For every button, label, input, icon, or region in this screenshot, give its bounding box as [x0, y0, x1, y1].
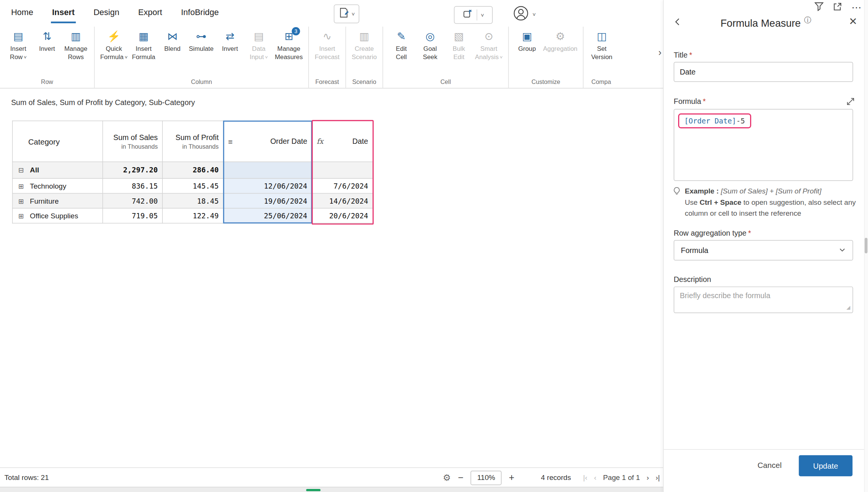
- edit-mode-button[interactable]: ˅: [334, 5, 359, 23]
- column-header-sum-of-sales[interactable]: Sum of Sales in Thousands: [103, 121, 163, 162]
- panel-scrollbar[interactable]: [864, 0, 868, 492]
- expand-formula-editor-icon[interactable]: [847, 97, 855, 108]
- cell-date[interactable]: 14/6/2024: [312, 193, 373, 209]
- aggregation-button[interactable]: ⚙ Aggregation: [543, 27, 578, 53]
- goal-seek-button[interactable]: ◎ Goal Seek: [417, 27, 443, 62]
- update-button[interactable]: Update: [799, 455, 853, 476]
- group-label-scenario: Scenario: [350, 77, 379, 88]
- status-bar: Total rows: 21 ⚙ − 110% + 4 records |‹ ‹…: [0, 468, 663, 487]
- horizontal-scrollbar[interactable]: [0, 487, 663, 492]
- column-title: Date: [352, 137, 368, 145]
- insert-forecast-button[interactable]: ∿ Insert Forecast: [315, 27, 340, 61]
- row-label: All: [30, 166, 39, 174]
- filter-icon[interactable]: [814, 2, 824, 13]
- manage-rows-button[interactable]: ▥ Manage Rows: [63, 27, 89, 62]
- cell-order-date[interactable]: 12/06/2024: [223, 178, 312, 193]
- tab-infobridge[interactable]: InfoBridge: [180, 0, 220, 23]
- quick-formula-button[interactable]: ⚡ Quick Formula˅: [100, 27, 128, 62]
- zoom-level[interactable]: 110%: [471, 471, 501, 485]
- set-version-button[interactable]: ◫ Set Version: [589, 27, 615, 61]
- blend-button[interactable]: ⋈ Blend: [160, 27, 185, 62]
- description-textarea[interactable]: [674, 286, 853, 313]
- chevron-down-icon: ˅: [24, 55, 27, 60]
- invert-column-button[interactable]: ⇄ Invert: [217, 27, 243, 62]
- invert-row-button[interactable]: ⇅ Invert: [34, 27, 60, 62]
- aggregation-field-label: Row aggregation type*: [674, 229, 751, 237]
- tab-insert[interactable]: Insert: [51, 0, 76, 23]
- cell-date[interactable]: [312, 162, 373, 178]
- cell-profit[interactable]: 18.45: [162, 193, 223, 209]
- tab-design[interactable]: Design: [92, 0, 121, 23]
- expand-row-icon[interactable]: ⊞: [18, 182, 26, 190]
- more-options-icon[interactable]: ⋯: [851, 4, 861, 12]
- scrollbar-thumb[interactable]: [306, 489, 321, 491]
- zoom-out-button[interactable]: −: [458, 472, 464, 483]
- create-scenario-button[interactable]: ▥ Create Scenario: [351, 27, 377, 61]
- formula-hint: Example : [Sum of Sales] + [Sum of Profi…: [672, 186, 857, 219]
- tab-export[interactable]: Export: [137, 0, 164, 23]
- cell-order-date[interactable]: 19/06/2024: [223, 193, 312, 209]
- table-row-furniture[interactable]: ⊞Furniture 742.00 18.45 19/06/2024 14/6/…: [12, 193, 373, 209]
- button-label: Edit: [396, 45, 407, 53]
- insert-formula-button[interactable]: ▦ Insert Formula: [131, 27, 156, 62]
- chevron-down-icon: ˅: [500, 55, 503, 60]
- annotation-button[interactable]: ˅: [454, 6, 493, 24]
- tab-home[interactable]: Home: [10, 0, 34, 23]
- title-field-input[interactable]: [674, 62, 853, 82]
- next-page-button[interactable]: ›: [646, 474, 649, 482]
- cell-profit[interactable]: 145.45: [162, 178, 223, 193]
- edit-cell-button[interactable]: ✎ Edit Cell: [388, 27, 414, 62]
- insert-row-button[interactable]: ▤ Insert Row˅: [6, 27, 31, 62]
- expand-row-icon[interactable]: ⊞: [18, 197, 26, 205]
- row-label: Technology: [30, 182, 66, 190]
- collapse-row-icon[interactable]: ⊟: [18, 166, 26, 174]
- required-marker: *: [703, 97, 706, 106]
- data-input-button[interactable]: ▤ Data Input˅: [246, 27, 272, 62]
- group-button[interactable]: ▣ Group: [514, 27, 540, 53]
- cell-profit[interactable]: 286.40: [162, 162, 223, 178]
- table-row-office-supplies[interactable]: ⊞Office Supplies 719.05 122.49 25/06/202…: [12, 208, 373, 223]
- smart-analysis-button[interactable]: ⊙ Smart Analysis˅: [475, 27, 503, 62]
- table-row-technology[interactable]: ⊞Technology 836.15 145.45 12/06/2024 7/6…: [12, 178, 373, 193]
- cell-sales[interactable]: 719.05: [103, 208, 163, 223]
- zoom-in-button[interactable]: +: [509, 472, 515, 483]
- column-header-date[interactable]: fx Date: [312, 121, 373, 162]
- row-aggregation-select[interactable]: Formula: [674, 240, 853, 260]
- settings-gear-icon[interactable]: ⚙: [443, 472, 451, 483]
- drag-handle-icon[interactable]: ≡: [228, 137, 232, 146]
- table-row-all[interactable]: ⊟All 2,297.20 286.40: [12, 162, 373, 178]
- close-panel-button[interactable]: ×: [849, 13, 857, 29]
- cell-sales[interactable]: 836.15: [103, 178, 163, 193]
- cell-sales[interactable]: 742.00: [103, 193, 163, 209]
- column-subtitle: in Thousands: [103, 143, 157, 150]
- account-menu-button[interactable]: ˅: [513, 5, 536, 24]
- cell-sales[interactable]: 2,297.20: [103, 162, 163, 178]
- previous-page-button[interactable]: ‹: [594, 474, 596, 482]
- cell-order-date[interactable]: 25/06/2024: [223, 208, 312, 223]
- required-marker: *: [748, 229, 751, 237]
- pencil-icon: ✎: [397, 30, 406, 45]
- view-title: Sum of Sales, Sum of Profit by Category,…: [11, 99, 195, 107]
- cell-date[interactable]: 20/6/2024: [312, 208, 373, 223]
- expand-row-icon[interactable]: ⊞: [18, 212, 26, 220]
- column-header-order-date[interactable]: ≡ Order Date: [223, 121, 312, 162]
- scrollbar-thumb[interactable]: [865, 238, 867, 253]
- cell-order-date[interactable]: [223, 162, 312, 178]
- first-page-button[interactable]: |‹: [583, 474, 587, 482]
- cancel-button[interactable]: Cancel: [750, 455, 789, 475]
- cell-profit[interactable]: 122.49: [162, 208, 223, 223]
- group-label-customize: Customize: [513, 77, 579, 88]
- bulk-edit-button[interactable]: ▧ Bulk Edit: [446, 27, 472, 62]
- info-icon[interactable]: ⓘ: [804, 16, 811, 24]
- manage-measures-button[interactable]: ⊞ 3 Manage Measures: [275, 27, 303, 62]
- ribbon-expand-chevron[interactable]: ›: [659, 47, 662, 58]
- formula-editor[interactable]: [Order Date]-5: [674, 109, 853, 181]
- user-avatar-icon: [513, 5, 529, 24]
- open-in-window-icon[interactable]: [833, 2, 842, 13]
- column-header-category[interactable]: Category: [12, 121, 103, 162]
- cell-date[interactable]: 7/6/2024: [312, 178, 373, 193]
- simulate-button[interactable]: ⊶ Simulate: [188, 27, 214, 62]
- column-header-sum-of-profit[interactable]: Sum of Profit in Thousands: [162, 121, 223, 162]
- last-page-button[interactable]: ›|: [656, 474, 660, 482]
- button-label: Bulk: [453, 45, 465, 53]
